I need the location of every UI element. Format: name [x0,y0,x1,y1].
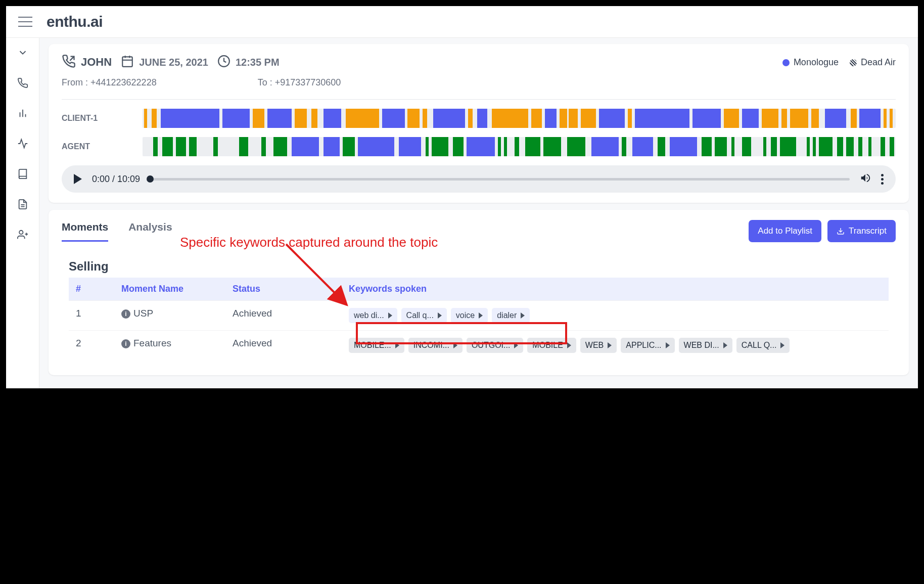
play-icon [608,342,612,348]
keyword-chip[interactable]: web di... [349,308,397,323]
keyword-chip[interactable]: INCOMI... [408,338,463,353]
play-icon [723,342,727,348]
sidebar [6,38,39,388]
seek-bar[interactable] [150,178,850,181]
from-number: From : +441223622228 [62,77,157,88]
nav-collapse-icon[interactable] [17,47,28,60]
call-date: JUNE 25, 2021 [139,57,208,68]
info-icon[interactable]: i [121,309,130,319]
keyword-chip[interactable]: WEB [580,338,617,353]
keyword-chip[interactable]: MOBILE [527,338,576,353]
play-icon [666,342,670,348]
moments-table: # Moment Name Status Keywords spoken 1iU… [69,278,889,360]
play-icon [388,312,392,319]
hamburger-menu[interactable] [18,17,32,27]
legend-deadair: Dead Air [850,57,896,68]
nav-activity-icon[interactable] [17,138,28,151]
col-keywords: Keywords spoken [342,278,889,301]
track2-label: AGENT [62,142,143,151]
caller-name: JOHN [81,56,112,69]
play-button[interactable] [74,174,82,184]
calendar-icon [121,55,134,70]
client-waveform[interactable] [143,109,896,128]
table-row: 1iUSPAchievedweb di...Call q...voicedial… [69,301,889,331]
legend-monologue: Monologue [782,57,839,68]
play-icon [479,312,483,319]
play-icon [567,342,571,348]
keyword-chip[interactable]: MOBILE... [349,338,404,353]
player-menu[interactable] [881,174,884,185]
nav-analytics-icon[interactable] [17,108,28,121]
svg-point-5 [19,231,23,234]
svg-rect-9 [122,57,132,66]
moments-card: Moments Analysis Add to Playlist Transcr… [49,210,909,375]
annotation-text: Specific keywords captured around the to… [180,234,438,251]
play-icon [780,342,784,348]
outgoing-call-icon [62,54,76,70]
transcript-button[interactable]: Transcript [827,220,896,242]
nav-add-user-icon[interactable] [17,229,28,242]
keyword-chip[interactable]: APPLIC... [621,338,674,353]
agent-waveform[interactable] [143,137,896,156]
tab-analysis[interactable]: Analysis [128,221,172,242]
keyword-chip[interactable]: CALL Q... [736,338,790,353]
keyword-chip[interactable]: voice [451,308,488,323]
nav-calls-icon[interactable] [17,77,28,91]
col-status: Status [225,278,342,301]
col-num: # [69,278,114,301]
volume-icon[interactable] [860,172,871,186]
add-playlist-button[interactable]: Add to Playlist [749,220,821,242]
audio-player: 0:00 / 10:09 [62,165,896,193]
keyword-chip[interactable]: dialer [492,308,530,323]
play-icon [453,342,457,348]
clock-icon [217,55,230,70]
play-icon [514,342,518,348]
call-time: 12:35 PM [236,57,280,68]
keyword-chip[interactable]: OUTGOI... [467,338,523,353]
nav-library-icon[interactable] [17,168,28,182]
playback-time: 0:00 / 10:09 [92,174,140,185]
col-name: Moment Name [114,278,225,301]
info-icon[interactable]: i [121,339,130,348]
section-title: Selling [69,259,889,274]
keyword-chip[interactable]: WEB DI... [679,338,732,353]
keyword-chip[interactable]: Call q... [401,308,447,323]
tab-moments[interactable]: Moments [62,221,108,242]
app-logo: enthu.ai [47,13,103,30]
play-icon [395,342,399,348]
nav-document-icon[interactable] [17,199,28,212]
play-icon [521,312,525,319]
to-number: To : +917337730600 [258,77,341,88]
table-row: 2iFeaturesAchievedMOBILE...INCOMI...OUTG… [69,331,889,361]
track1-label: CLIENT-1 [62,114,143,123]
call-summary-card: JOHN JUNE 25, 2021 12:35 PM Monologue De… [49,44,909,203]
play-icon [438,312,442,319]
svg-line-8 [70,57,74,61]
